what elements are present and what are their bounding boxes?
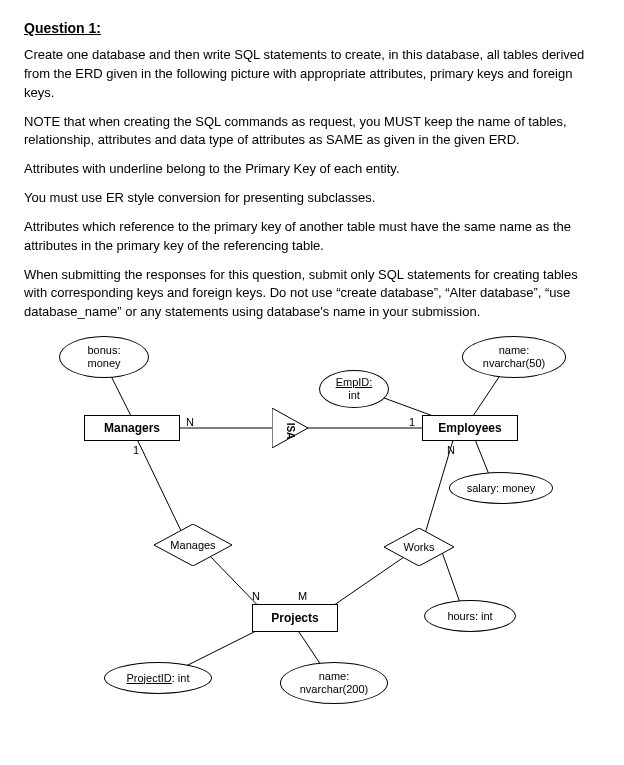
attr-salary-text: salary: money [467,482,535,495]
attr-projectid-text: ProjectID: int [127,672,190,685]
attr-bonus-l1: bonus: [87,344,120,357]
card-employees-isa-1: 1 [409,416,415,428]
attr-hours: hours: int [424,600,516,632]
attr-name-emp: name: nvarchar(50) [462,336,566,378]
rel-manages-label: Manages [170,539,215,551]
paragraph-5: Attributes which reference to the primar… [24,218,600,256]
paragraph-2: NOTE that when creating the SQL commands… [24,113,600,151]
card-managers-isa-n: N [186,416,194,428]
entity-projects-label: Projects [271,611,318,625]
attr-hours-text: hours: int [447,610,492,623]
attr-empid-l1: EmpID: [336,376,373,389]
paragraph-3: Attributes with underline belong to the … [24,160,600,179]
attr-name-proj-l1: name: [319,670,350,683]
card-managers-manages-1: 1 [133,444,139,456]
attr-name-emp-l2: nvarchar(50) [483,357,545,370]
question-heading: Question 1: [24,20,600,36]
paragraph-1: Create one database and then write SQL s… [24,46,600,103]
entity-employees: Employees [422,415,518,441]
attr-empid-l2: int [348,389,360,402]
attr-empid: EmpID: int [319,370,389,408]
attr-bonus: bonus: money [59,336,149,378]
erd-diagram: bonus: money name: nvarchar(50) EmpID: i… [24,332,600,722]
rel-manages: Manages [154,524,232,566]
rel-works-label: Works [404,541,435,553]
attr-name-proj-l2: nvarchar(200) [300,683,368,696]
isa-triangle: ISA [272,408,308,448]
isa-label: ISA [285,422,296,439]
card-projects-manages-n: N [252,590,260,602]
paragraph-4: You must use ER style conversion for pre… [24,189,600,208]
attr-bonus-l2: money [87,357,120,370]
document-page: Question 1: Create one database and then… [0,0,624,742]
svg-line-6 [136,437,184,537]
entity-employees-label: Employees [438,421,501,435]
rel-works: Works [384,528,454,566]
attr-name-proj: name: nvarchar(200) [280,662,388,704]
entity-managers-label: Managers [104,421,160,435]
card-employees-works-n: N [447,444,455,456]
attr-salary: salary: money [449,472,553,504]
paragraph-6: When submitting the responses for this q… [24,266,600,323]
attr-name-emp-l1: name: [499,344,530,357]
entity-projects: Projects [252,604,338,632]
entity-managers: Managers [84,415,180,441]
card-projects-works-m: M [298,590,307,602]
attr-projectid: ProjectID: int [104,662,212,694]
